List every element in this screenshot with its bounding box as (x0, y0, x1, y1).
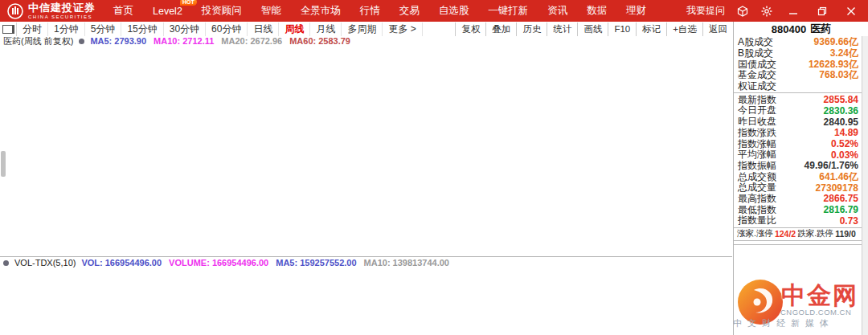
quote-value: 0.03% (831, 149, 858, 161)
topbar-right: 我要提问 (686, 4, 868, 18)
volume-indicator-toggle-icon[interactable] (3, 260, 9, 266)
period-day[interactable]: 日线 (248, 22, 279, 36)
breadth-row: 涨家.涨停 124/2 跌家.跌停 119/0 (734, 228, 862, 241)
menu-item-wealth[interactable]: 理财 (616, 4, 656, 18)
menu-item-quotes[interactable]: 行情 (350, 4, 390, 18)
action-f10[interactable]: F10 (608, 22, 636, 36)
period-month[interactable]: 月线 (310, 22, 342, 36)
settings-gear-icon[interactable] (760, 5, 773, 18)
volume-value: VOL: 166954496.00 (81, 258, 162, 268)
theme-cube-icon[interactable] (736, 5, 749, 18)
action-overlay[interactable]: 叠加 (485, 22, 516, 36)
brand-name-cn: 中信建投证券 (28, 2, 96, 13)
menu-item-home[interactable]: 首页 (104, 4, 143, 18)
panel-scrollbar-thumb[interactable] (1, 151, 6, 177)
citic-logo-icon (6, 2, 24, 20)
quote-value: 2840.95 (824, 116, 858, 128)
quote-panel: A股成交9369.66亿B股成交3.24亿国债成交12628.93亿基金成交76… (733, 36, 862, 335)
advancers-label: 涨家.涨停 (737, 228, 773, 239)
symbol-name: 医药 (810, 22, 831, 36)
ma-value: MA60: 2583.79 (289, 36, 350, 46)
period-more[interactable]: 更多 > (383, 22, 422, 36)
period-1min[interactable]: 1分钟 (48, 22, 85, 36)
chart-header: 医药(周线 前复权) MA5: 2793.90MA10: 2712.11MA20… (3, 36, 350, 46)
menu-item-watchlist[interactable]: 自选股 (429, 4, 479, 18)
decliners-value: 119/0 (835, 229, 856, 239)
period-toolbar: 分时1分钟5分钟15分钟30分钟60分钟日线周线月线多周期更多 > 复权叠加历史… (0, 22, 733, 37)
volume-header: VOL-TDX(5,10) VOL: 166954496.00VOLUME: 1… (0, 256, 732, 268)
quote-group: 最新指数2855.84今日开盘2830.36昨日收盘2840.95指数涨跌14.… (734, 93, 862, 227)
indicator-toggle-icon[interactable] (79, 39, 84, 44)
chart-region: 医药(周线 前复权) MA5: 2793.90MA10: 2712.11MA20… (0, 36, 733, 335)
menu-item-news[interactable]: 资讯 (538, 4, 577, 18)
ask-question-link[interactable]: 我要提问 (686, 4, 725, 18)
menu-item-level2[interactable]: Level2HOT (143, 6, 192, 17)
action-back[interactable]: 返回 (702, 22, 733, 36)
toolbar-actions: 复权叠加历史统计画线F10标记+自选返回 (455, 22, 733, 36)
quote-value: 2866.75 (824, 193, 858, 204)
quote-row: 指数量比0.73 (734, 215, 862, 227)
quote-value: 0.52% (831, 138, 858, 149)
menu-item-market-view[interactable]: 全景市场 (291, 4, 350, 18)
volume-values: VOL: 166954496.00VOLUME: 166954496.00MA5… (81, 258, 449, 268)
advancers-value: 124/2 (775, 229, 796, 239)
period-multi[interactable]: 多周期 (342, 22, 383, 36)
panel-scrollbar[interactable] (862, 36, 868, 335)
symbol-header: 880400 医药 (733, 22, 868, 37)
ma-value: MA5: 2793.90 (90, 36, 146, 46)
volume-value: MA10: 139813744.00 (364, 258, 449, 268)
quote-value: 2816.79 (824, 204, 858, 215)
minimize-button[interactable] (784, 5, 802, 18)
action-mark[interactable]: 标记 (636, 22, 666, 36)
brand: 中信建投证券 CHINA SECURITIES (0, 2, 104, 20)
action-adjust[interactable]: 复权 (455, 22, 485, 36)
candlestick-chart[interactable] (0, 43, 733, 256)
period-buttons: 分时1分钟5分钟15分钟30分钟60分钟日线周线月线多周期更多 > (17, 22, 423, 36)
menu-item-smart[interactable]: 智能 (252, 4, 291, 18)
quote-value: 2830.36 (824, 105, 858, 116)
brand-name-en: CHINA SECURITIES (28, 14, 96, 19)
period-fenshi[interactable]: 分时 (17, 22, 48, 36)
volume-value: VOLUME: 166954496.00 (169, 258, 268, 268)
action-add-watch[interactable]: +自选 (666, 22, 702, 36)
quote-value: 2855.84 (824, 94, 858, 105)
layout-split-icon[interactable] (0, 22, 17, 36)
restore-button[interactable] (813, 5, 831, 18)
trading-terminal-window: 中信建投证券 CHINA SECURITIES 首页Level2HOT投资顾问智… (0, 0, 868, 335)
action-draw[interactable]: 画线 (577, 22, 608, 36)
period-5min[interactable]: 5分钟 (85, 22, 122, 36)
quote-label: 权证成交 (738, 80, 776, 93)
period-30min[interactable]: 30分钟 (164, 22, 206, 36)
quote-value: 27309178 (816, 182, 858, 194)
volume-indicator-name: VOL-TDX(5,10) (14, 258, 76, 268)
ma-values: MA5: 2793.90MA10: 2712.11MA20: 2672.96MA… (90, 36, 350, 46)
quote-groups: A股成交9369.66亿B股成交3.24亿国债成交12628.93亿基金成交76… (734, 36, 862, 228)
menu-item-advisor[interactable]: 投资顾问 (192, 4, 252, 18)
symbol-code: 880400 (772, 23, 806, 35)
menu-item-data[interactable]: 数据 (577, 4, 616, 18)
quote-group: A股成交9369.66亿B股成交3.24亿国债成交12628.93亿基金成交76… (734, 36, 862, 93)
main-menu: 首页Level2HOT投资顾问智能全景市场行情交易自选股一键打新资讯数据理财 (104, 4, 656, 18)
menu-item-ipo[interactable]: 一键打新 (478, 4, 538, 18)
close-button[interactable] (842, 5, 860, 18)
volume-chart[interactable] (0, 269, 733, 335)
period-60min[interactable]: 60分钟 (206, 22, 248, 36)
top-menu-bar: 中信建投证券 CHINA SECURITIES 首页Level2HOT投资顾问智… (0, 0, 868, 22)
ma-value: MA10: 2712.11 (154, 36, 214, 46)
period-week[interactable]: 周线 (279, 22, 310, 36)
quote-value: 14.89 (834, 127, 858, 138)
quote-value: 0.73 (840, 215, 858, 227)
money-flow-rows (734, 241, 862, 245)
quote-value: 768.03亿 (819, 68, 858, 82)
volume-value: MA5: 159257552.00 (276, 258, 356, 268)
action-stats[interactable]: 统计 (547, 22, 577, 36)
chart-title: 医药(周线 前复权) (3, 35, 73, 47)
quote-row: 权证成交 (734, 81, 862, 92)
menu-item-trade[interactable]: 交易 (390, 4, 429, 18)
action-history[interactable]: 历史 (516, 22, 547, 36)
ma-value: MA20: 2672.96 (221, 36, 282, 46)
period-15min[interactable]: 15分钟 (121, 22, 163, 36)
quote-label: 指数量比 (738, 214, 776, 227)
decliners-label: 跌家.跌停 (797, 228, 833, 239)
